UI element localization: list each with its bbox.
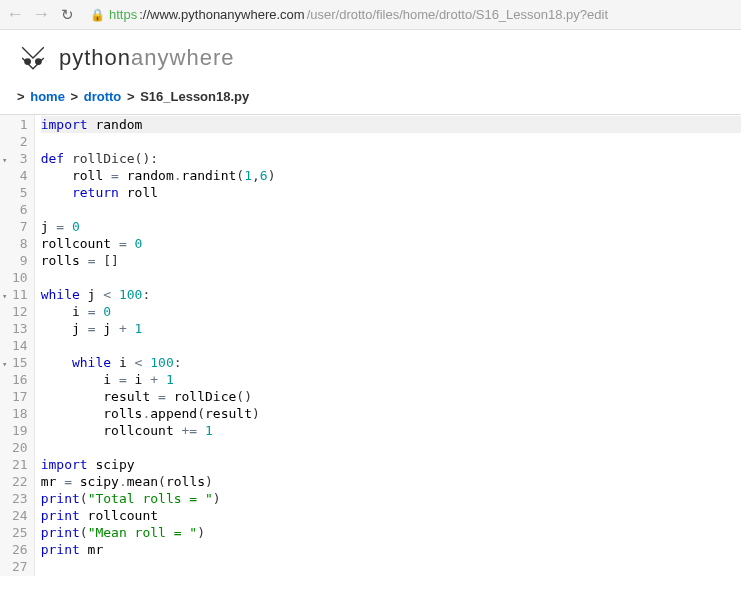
code-line[interactable]: return roll	[41, 184, 741, 201]
code-line[interactable]: mr = scipy.mean(rolls)	[41, 473, 741, 490]
code-line[interactable]: print("Mean roll = ")	[41, 524, 741, 541]
svg-point-0	[25, 59, 30, 64]
code-line[interactable]: import random	[41, 116, 741, 133]
logo-text: pythonanywhere	[59, 45, 234, 71]
address-bar[interactable]: 🔒 https://www.pythonanywhere.com/user/dr…	[84, 7, 735, 22]
gutter-line: 12	[12, 303, 28, 320]
code-line[interactable]	[41, 201, 741, 218]
gutter-line: 10	[12, 269, 28, 286]
back-button[interactable]: ←	[6, 4, 24, 25]
forward-button[interactable]: →	[32, 4, 50, 25]
code-line[interactable]: i = i + 1	[41, 371, 741, 388]
site-header: pythonanywhere	[0, 30, 741, 81]
breadcrumb-file: S16_Lesson18.py	[140, 89, 249, 104]
lock-icon: 🔒	[90, 8, 105, 22]
gutter-line: 23	[12, 490, 28, 507]
gutter-line: 16	[12, 371, 28, 388]
code-line[interactable]: print mr	[41, 541, 741, 558]
code-area[interactable]: import randomdef rollDice(): roll = rand…	[35, 115, 741, 576]
breadcrumb-home[interactable]: home	[30, 89, 65, 104]
gutter-line: 3▾	[12, 150, 28, 167]
gutter-line: 1	[12, 116, 28, 133]
gutter-line: 4	[12, 167, 28, 184]
gutter-line: 5	[12, 184, 28, 201]
gutter-line: 14	[12, 337, 28, 354]
gutter-line: 26	[12, 541, 28, 558]
breadcrumb-user[interactable]: drotto	[84, 89, 122, 104]
code-line[interactable]: rolls = []	[41, 252, 741, 269]
code-line[interactable]: j = j + 1	[41, 320, 741, 337]
code-line[interactable]: rolls.append(result)	[41, 405, 741, 422]
breadcrumb: > home > drotto > S16_Lesson18.py	[0, 81, 741, 114]
gutter-line: 6	[12, 201, 28, 218]
code-line[interactable]	[41, 269, 741, 286]
gutter: 123▾4567891011▾12131415▾1617181920212223…	[0, 115, 35, 576]
gutter-line: 8	[12, 235, 28, 252]
breadcrumb-sep: >	[17, 89, 25, 104]
pythonanywhere-logo-icon	[15, 40, 51, 76]
gutter-line: 21	[12, 456, 28, 473]
browser-toolbar: ← → ↻ 🔒 https://www.pythonanywhere.com/u…	[0, 0, 741, 30]
code-line[interactable]: j = 0	[41, 218, 741, 235]
code-line[interactable]: print rollcount	[41, 507, 741, 524]
gutter-line: 20	[12, 439, 28, 456]
fold-marker-icon[interactable]: ▾	[2, 288, 7, 305]
code-line[interactable]	[41, 439, 741, 456]
code-line[interactable]	[41, 558, 741, 575]
code-editor[interactable]: 123▾4567891011▾12131415▾1617181920212223…	[0, 114, 741, 576]
gutter-line: 2	[12, 133, 28, 150]
svg-point-1	[36, 59, 41, 64]
fold-marker-icon[interactable]: ▾	[2, 152, 7, 169]
url-path: /user/drotto/files/home/drotto/S16_Lesso…	[307, 7, 608, 22]
code-line[interactable]: rollcount += 1	[41, 422, 741, 439]
gutter-line: 19	[12, 422, 28, 439]
gutter-line: 24	[12, 507, 28, 524]
code-line[interactable]: roll = random.randint(1,6)	[41, 167, 741, 184]
code-line[interactable]: while j < 100:	[41, 286, 741, 303]
gutter-line: 9	[12, 252, 28, 269]
gutter-line: 7	[12, 218, 28, 235]
reload-button[interactable]: ↻	[58, 6, 76, 24]
gutter-line: 27	[12, 558, 28, 575]
code-line[interactable]: rollcount = 0	[41, 235, 741, 252]
gutter-line: 17	[12, 388, 28, 405]
gutter-line: 13	[12, 320, 28, 337]
gutter-line: 15▾	[12, 354, 28, 371]
code-line[interactable]	[41, 337, 741, 354]
url-protocol: https	[109, 7, 137, 22]
code-line[interactable]: def rollDice():	[41, 150, 741, 167]
code-line[interactable]	[41, 133, 741, 150]
breadcrumb-sep: >	[127, 89, 135, 104]
gutter-line: 22	[12, 473, 28, 490]
code-line[interactable]: result = rollDice()	[41, 388, 741, 405]
gutter-line: 11▾	[12, 286, 28, 303]
logo[interactable]: pythonanywhere	[15, 40, 234, 76]
fold-marker-icon[interactable]: ▾	[2, 356, 7, 373]
gutter-line: 18	[12, 405, 28, 422]
code-line[interactable]: while i < 100:	[41, 354, 741, 371]
code-line[interactable]: print("Total rolls = ")	[41, 490, 741, 507]
code-line[interactable]: i = 0	[41, 303, 741, 320]
code-line[interactable]: import scipy	[41, 456, 741, 473]
url-domain: ://www.pythonanywhere.com	[139, 7, 304, 22]
breadcrumb-sep: >	[71, 89, 79, 104]
gutter-line: 25	[12, 524, 28, 541]
